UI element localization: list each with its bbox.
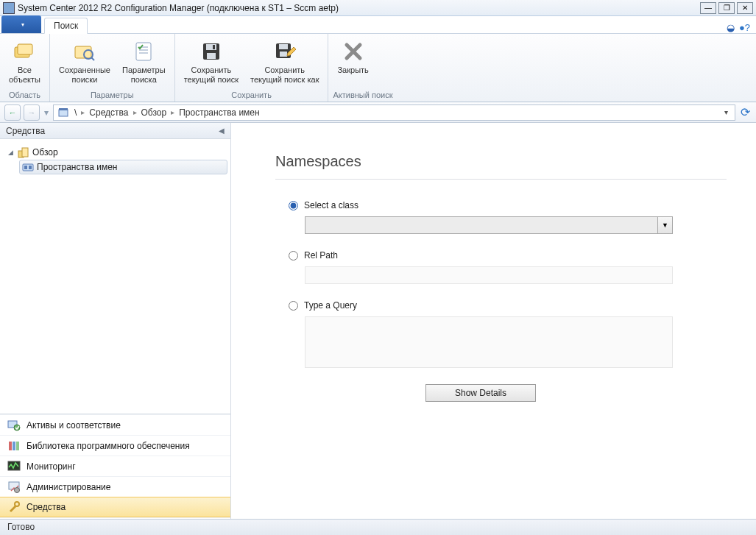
content-pane: Namespaces Select a class ▼ Rel Path bbox=[231, 123, 756, 531]
navigation-tree: ◢ Обзор Пространства имен bbox=[0, 139, 230, 414]
svg-rect-21 bbox=[22, 148, 28, 157]
sidebar-collapse-icon[interactable]: ◀ bbox=[219, 127, 225, 135]
navigation-bar: ← → ▾ \ ▸ Средства ▸ Обзор ▸ Пространств… bbox=[0, 102, 756, 123]
tree-expander-icon[interactable]: ◢ bbox=[6, 149, 15, 156]
radio-select-class-input[interactable] bbox=[289, 201, 298, 210]
show-details-button[interactable]: Show Details bbox=[425, 384, 536, 402]
page-heading: Namespaces bbox=[275, 153, 727, 180]
save-current-button[interactable]: Сохранить текущий поиск bbox=[180, 37, 243, 89]
svg-rect-15 bbox=[280, 52, 287, 57]
nav-forward-button[interactable]: → bbox=[24, 104, 40, 121]
search-params-button[interactable]: Параметры поиска bbox=[118, 37, 170, 89]
nav-back-button[interactable]: ← bbox=[4, 104, 21, 121]
breadcrumb-seg-namespaces[interactable]: Пространства имен bbox=[179, 107, 259, 118]
ribbon-tabstrip: Поиск ◒ ●? bbox=[0, 16, 756, 34]
wunderbar: Активы и соответствие Библиотека програм… bbox=[0, 414, 230, 531]
tree-item-overview[interactable]: ◢ Обзор bbox=[3, 145, 227, 160]
saved-searches-button[interactable]: Сохраненные поиски bbox=[54, 37, 115, 89]
window-title: System Center 2012 R2 Configuration Mana… bbox=[18, 3, 700, 13]
wunderbar-admin[interactable]: Администрирование bbox=[0, 476, 230, 497]
svg-rect-23 bbox=[24, 166, 27, 169]
software-library-icon bbox=[7, 439, 21, 453]
tree-item-namespaces[interactable]: Пространства имен bbox=[19, 160, 227, 174]
svg-rect-19 bbox=[59, 108, 68, 110]
help-icon[interactable]: ●? bbox=[739, 22, 750, 33]
breadcrumb-bar[interactable]: \ ▸ Средства ▸ Обзор ▸ Пространства имен… bbox=[53, 104, 735, 121]
title-bar: System Center 2012 R2 Configuration Mana… bbox=[0, 0, 756, 16]
group-active-label: Активный поиск bbox=[333, 89, 392, 102]
status-bar: Готово bbox=[0, 519, 756, 535]
status-text: Готово bbox=[7, 522, 35, 532]
app-icon bbox=[3, 2, 15, 14]
close-x-icon bbox=[342, 40, 365, 63]
wunderbar-software[interactable]: Библиотека программного обеспечения bbox=[0, 435, 230, 456]
radio-type-query[interactable]: Type a Query bbox=[289, 300, 673, 311]
admin-icon bbox=[7, 481, 21, 494]
breadcrumb-seg-root[interactable]: Средства bbox=[89, 107, 128, 118]
radio-type-query-input[interactable] bbox=[289, 301, 298, 311]
folder-search-icon bbox=[73, 40, 96, 63]
folder-stack-icon bbox=[13, 40, 36, 63]
radio-rel-path[interactable]: Rel Path bbox=[289, 250, 673, 261]
floppy-icon bbox=[199, 40, 223, 63]
rel-path-input[interactable] bbox=[305, 266, 673, 284]
class-combobox-input[interactable] bbox=[305, 216, 658, 234]
svg-rect-27 bbox=[9, 442, 12, 450]
sidebar-header: Средства ◀ bbox=[0, 123, 230, 139]
breadcrumb-root-icon bbox=[58, 107, 70, 118]
query-textarea[interactable] bbox=[305, 316, 673, 368]
svg-point-32 bbox=[15, 487, 20, 492]
svg-rect-2 bbox=[75, 46, 91, 58]
list-params-icon bbox=[132, 40, 155, 63]
minimize-button[interactable]: — bbox=[700, 2, 716, 14]
svg-rect-5 bbox=[136, 43, 151, 60]
svg-rect-1 bbox=[18, 44, 32, 54]
floppy-pencil-icon bbox=[273, 40, 297, 63]
close-window-button[interactable]: ✕ bbox=[737, 2, 753, 14]
group-save-label: Сохранить bbox=[180, 89, 324, 102]
svg-point-33 bbox=[15, 502, 19, 506]
monitoring-icon bbox=[7, 460, 21, 473]
svg-rect-12 bbox=[213, 45, 215, 49]
namespace-icon bbox=[22, 161, 34, 173]
svg-rect-24 bbox=[29, 166, 32, 169]
group-params-label: Параметры bbox=[54, 89, 170, 102]
breadcrumb-seg-overview[interactable]: Обзор bbox=[141, 107, 167, 118]
ribbon: Все объекты Область Сохраненные поиски П… bbox=[0, 34, 756, 102]
svg-rect-11 bbox=[207, 53, 216, 59]
maximize-button[interactable]: ❐ bbox=[718, 2, 735, 14]
close-search-button[interactable]: Закрыть bbox=[333, 37, 372, 89]
radio-rel-path-input[interactable] bbox=[289, 251, 298, 261]
save-as-button[interactable]: Сохранить текущий поиск как bbox=[246, 37, 323, 89]
assets-icon bbox=[7, 419, 21, 432]
ribbon-expand-icon[interactable]: ◒ bbox=[727, 22, 735, 33]
combobox-dropdown-icon[interactable]: ▼ bbox=[658, 216, 673, 234]
svg-rect-28 bbox=[13, 442, 15, 450]
svg-rect-14 bbox=[279, 44, 288, 49]
sidebar: Средства ◀ ◢ Обзор Пространства имен bbox=[0, 123, 231, 531]
class-combobox[interactable]: ▼ bbox=[305, 216, 673, 234]
tools-icon bbox=[7, 500, 21, 514]
group-scope-label: Область bbox=[4, 89, 45, 102]
refresh-button[interactable]: ⟳ bbox=[738, 106, 752, 119]
wunderbar-monitoring[interactable]: Мониторинг bbox=[0, 456, 230, 476]
radio-select-class[interactable]: Select a class bbox=[289, 200, 673, 210]
all-objects-button[interactable]: Все объекты bbox=[4, 37, 45, 89]
address-dropdown-icon[interactable]: ▾ bbox=[722, 108, 730, 116]
wunderbar-assets[interactable]: Активы и соответствие bbox=[0, 414, 230, 435]
svg-rect-29 bbox=[16, 442, 19, 450]
nav-history-dropdown[interactable]: ▾ bbox=[43, 107, 50, 118]
wunderbar-tools[interactable]: Средства bbox=[0, 497, 230, 517]
overview-icon bbox=[18, 146, 29, 158]
tab-search[interactable]: Поиск bbox=[44, 18, 88, 34]
file-menu-tab[interactable] bbox=[1, 15, 41, 33]
svg-line-4 bbox=[91, 57, 94, 60]
svg-rect-18 bbox=[59, 110, 68, 116]
